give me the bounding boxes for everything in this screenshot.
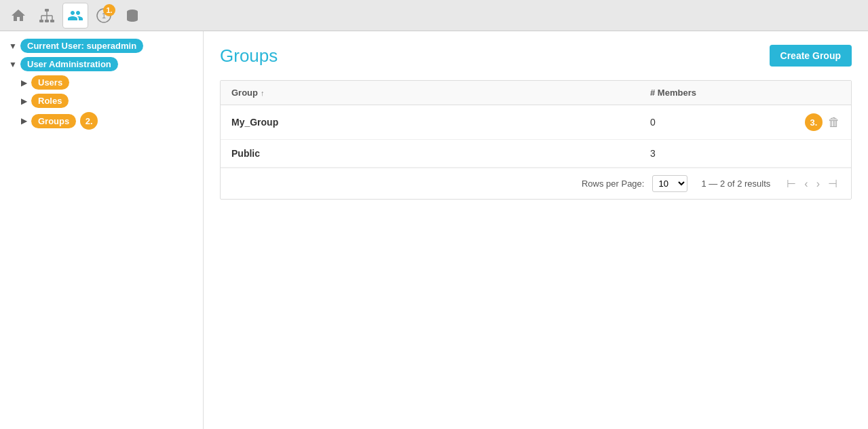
rows-per-page-label: Rows per Page:	[582, 179, 645, 189]
groups-table: Group ↑ # Members My_Group 0 3. 🗑 Public…	[220, 80, 852, 200]
annotation-2-badge: 2.	[80, 112, 98, 130]
col-group-label: Group	[231, 88, 258, 98]
pagination-nav: ⊢ ‹ › ⊣	[784, 176, 840, 191]
annotation-3-badge: 3.	[805, 113, 823, 131]
col-members-header: # Members	[650, 88, 786, 98]
expand-arrow-groups[interactable]: ▶	[19, 116, 29, 126]
main-content: Groups Create Group Group ↑ # Members My…	[204, 31, 868, 429]
nav-badge-count: 1.	[103, 4, 115, 16]
database-nav-icon[interactable]	[119, 3, 145, 29]
rows-per-page-select[interactable]: 10 25 50 100	[652, 175, 687, 192]
table-header: Group ↑ # Members	[221, 81, 851, 105]
expand-arrow-user-admin[interactable]: ▼	[8, 60, 18, 69]
next-page-button[interactable]: ›	[814, 176, 823, 191]
badge-nav-icon[interactable]: 1 1.	[91, 3, 117, 29]
pagination-row: Rows per Page: 10 25 50 100 1 — 2 of 2 r…	[221, 168, 851, 199]
users-nav-icon[interactable]	[62, 3, 88, 29]
col-group-header[interactable]: Group ↑	[231, 88, 650, 98]
sidebar-item-current-user[interactable]: ▼ Current User: superadmin	[3, 37, 200, 55]
last-page-button[interactable]: ⊣	[825, 176, 840, 191]
row-actions-cell: 3. 🗑	[786, 113, 840, 131]
expand-arrow-roles[interactable]: ▶	[19, 96, 29, 106]
sidebar-item-groups[interactable]: ▶ Groups 2.	[3, 110, 200, 132]
col-actions-header	[786, 88, 840, 98]
sidebar: ▼ Current User: superadmin ▼ User Admini…	[0, 31, 204, 429]
layout: ▼ Current User: superadmin ▼ User Admini…	[0, 31, 868, 429]
expand-arrow-current-user[interactable]: ▼	[8, 41, 18, 51]
members-count-cell: 3	[650, 148, 786, 159]
page-title: Groups	[220, 45, 278, 67]
users-badge[interactable]: Users	[31, 75, 69, 90]
user-admin-badge[interactable]: User Administration	[20, 57, 118, 71]
current-user-badge[interactable]: Current User: superadmin	[20, 39, 143, 53]
groups-badge[interactable]: Groups	[31, 114, 76, 128]
top-nav: 1 1.	[0, 0, 868, 31]
page-header: Groups Create Group	[220, 45, 852, 67]
sidebar-item-roles[interactable]: ▶ Roles	[3, 92, 200, 110]
sidebar-item-user-admin[interactable]: ▼ User Administration	[3, 55, 200, 73]
sidebar-item-users[interactable]: ▶ Users	[3, 73, 200, 92]
delete-icon[interactable]: 🗑	[828, 115, 840, 130]
group-name-cell: My_Group	[231, 117, 650, 128]
create-group-button[interactable]: Create Group	[770, 45, 852, 67]
hierarchy-nav-icon[interactable]	[34, 3, 60, 29]
svg-rect-3	[50, 20, 54, 22]
results-text: 1 — 2 of 2 results	[701, 179, 770, 189]
sort-icon[interactable]: ↑	[261, 89, 265, 97]
svg-rect-1	[39, 20, 43, 22]
prev-page-button[interactable]: ‹	[801, 176, 810, 191]
expand-arrow-users[interactable]: ▶	[19, 78, 29, 88]
table-row: My_Group 0 3. 🗑	[221, 105, 851, 140]
roles-badge[interactable]: Roles	[31, 94, 69, 108]
table-row: Public 3	[221, 140, 851, 168]
svg-rect-2	[45, 20, 49, 22]
home-nav-icon[interactable]	[5, 3, 31, 29]
svg-rect-0	[45, 9, 49, 12]
members-count-cell: 0	[650, 117, 786, 128]
group-name-cell: Public	[231, 148, 650, 159]
first-page-button[interactable]: ⊢	[784, 176, 799, 191]
